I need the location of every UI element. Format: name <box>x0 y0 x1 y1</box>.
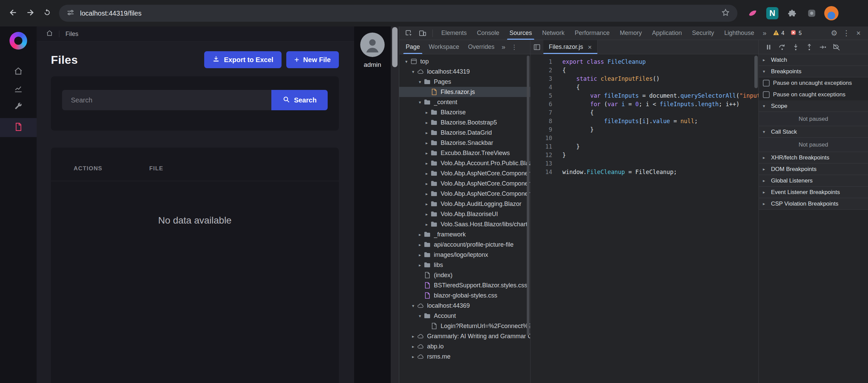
tree-item-volo-abp-aspnetcore-components[interactable]: ▸Volo.Abp.AspNetCore.Components <box>399 178 530 189</box>
pause-icon[interactable] <box>762 41 775 53</box>
line-number[interactable]: 7 <box>531 109 552 117</box>
navigator-toggle-icon[interactable] <box>531 41 543 53</box>
line-number[interactable]: 5 <box>531 92 552 100</box>
chevron-right-icon[interactable]: ▸ <box>416 252 424 257</box>
tree-item-blazorise[interactable]: ▸Blazorise <box>399 107 530 117</box>
chevron-right-icon[interactable]: ▸ <box>423 151 430 156</box>
tree-item-grammarly-ai-writing-and-grammar-checker[interactable]: ▸Grammarly: AI Writing and Grammar Check… <box>399 331 530 341</box>
devtools-tab-sources[interactable]: Sources <box>504 26 537 40</box>
tree-item-abp-io[interactable]: ▸abp.io <box>399 341 530 351</box>
chevron-right-icon[interactable]: ▸ <box>409 334 417 339</box>
step-icon[interactable] <box>816 41 829 53</box>
chevron-right-icon[interactable]: ▸ <box>409 344 417 349</box>
debugger-section-watch[interactable]: ▸Watch <box>759 54 868 66</box>
chevron-down-icon[interactable]: ▾ <box>416 79 424 84</box>
debugger-section-scope[interactable]: ▾Scope <box>759 100 868 112</box>
chevron-right-icon[interactable]: ▸ <box>423 171 430 176</box>
device-toolbar-icon[interactable] <box>416 27 429 39</box>
chevron-right-icon[interactable]: ▸ <box>416 242 424 247</box>
app-logo[interactable] <box>9 32 27 50</box>
extension-icon[interactable] <box>805 6 819 20</box>
tree-item-api-account-profile-picture-file[interactable]: ▸api/account/profile-picture-file <box>399 240 530 250</box>
tree-item-localhost-44369[interactable]: ▾localhost:44369 <box>399 301 530 311</box>
devtools-tab-application[interactable]: Application <box>647 26 687 40</box>
chevron-right-icon[interactable]: ▸ <box>423 120 430 125</box>
tree-item-content[interactable]: ▾_content <box>399 97 530 107</box>
tree-item-images-logo-leptonx[interactable]: ▸images/logo/leptonx <box>399 250 530 260</box>
deactivate-breakpoints-icon[interactable] <box>830 41 843 53</box>
sidebar-item-reports[interactable] <box>0 81 37 98</box>
export-to-excel-button[interactable]: Export to Excel <box>204 51 282 68</box>
step-out-icon[interactable] <box>803 41 816 53</box>
line-number[interactable]: 1 <box>531 58 552 66</box>
sidebar-item-administration[interactable] <box>0 98 37 116</box>
chevron-down-icon[interactable]: ▾ <box>409 69 417 74</box>
close-tab-icon[interactable]: × <box>588 44 592 51</box>
chevron-right-icon[interactable]: ▸ <box>409 354 417 359</box>
tree-item-volo-abp-account-pro-public-blazor[interactable]: ▸Volo.Abp.Account.Pro.Public.Blazor <box>399 158 530 168</box>
tree-item-volo-abp-aspnetcore-components[interactable]: ▸Volo.Abp.AspNetCore.Components <box>399 189 530 199</box>
chevron-right-icon[interactable]: ▸ <box>423 110 430 115</box>
step-into-icon[interactable] <box>789 41 802 53</box>
inspect-icon[interactable] <box>403 27 416 39</box>
more-options-icon[interactable]: ⋮ <box>840 27 852 39</box>
notion-extension-icon[interactable]: N <box>765 6 779 20</box>
checkbox-row-pause-on-caught-exceptions[interactable]: Pause on caught exceptions <box>759 89 868 100</box>
tree-item-localhost-44319[interactable]: ▾localhost:44319 <box>399 66 530 77</box>
address-bar[interactable]: localhost:44319/files <box>59 5 737 22</box>
navigator-tab-workspace[interactable]: Workspace <box>424 40 464 54</box>
editor-scrollbar[interactable] <box>754 54 758 383</box>
chevron-down-icon[interactable]: ▾ <box>416 100 424 105</box>
chevron-down-icon[interactable]: ▾ <box>416 313 424 319</box>
devtools-tab-console[interactable]: Console <box>472 26 504 40</box>
tree-item-pages[interactable]: ▾Pages <box>399 77 530 87</box>
tree-item-blazor-global-styles-css[interactable]: blazor-global-styles.css <box>399 290 530 301</box>
line-number[interactable]: 9 <box>531 126 552 134</box>
line-number[interactable]: 11 <box>531 142 552 151</box>
devtools-tab-memory[interactable]: Memory <box>615 26 647 40</box>
back-button[interactable] <box>5 5 22 22</box>
more-tabs-icon[interactable]: » <box>760 29 769 37</box>
line-number[interactable]: 3 <box>531 75 552 83</box>
file-tab[interactable]: Files.razor.js × <box>543 40 598 54</box>
line-number[interactable]: 2 <box>531 66 552 75</box>
chevron-right-icon[interactable]: ▸ <box>423 222 430 227</box>
debugger-section-dom-breakpoints[interactable]: ▸DOM Breakpoints <box>759 164 868 175</box>
debugger-section-xhr-fetch-breakpoints[interactable]: ▸XHR/fetch Breakpoints <box>759 152 868 164</box>
code-editor[interactable]: 1export class FileCleanup2{3 static clea… <box>531 58 758 176</box>
grammarly-extension-icon[interactable] <box>746 6 760 20</box>
tree-item-framework[interactable]: ▸_framework <box>399 229 530 240</box>
line-number[interactable]: 8 <box>531 117 552 126</box>
sidebar-item-files[interactable] <box>0 118 37 137</box>
tree-scrollbar[interactable] <box>526 54 530 383</box>
chevron-right-icon[interactable]: ▸ <box>416 232 424 237</box>
page-scrollbar[interactable] <box>391 26 399 383</box>
issues-warning-badge[interactable]: 4 <box>770 29 787 37</box>
chevron-right-icon[interactable]: ▸ <box>423 181 430 186</box>
close-devtools-icon[interactable]: × <box>852 27 865 39</box>
line-number[interactable]: 12 <box>531 151 552 159</box>
navigator-tab-page[interactable]: Page <box>401 40 424 54</box>
browser-profile-avatar[interactable] <box>824 6 838 20</box>
line-number[interactable]: 6 <box>531 100 552 109</box>
tree-item-blazorise-snackbar[interactable]: ▸Blazorise.Snackbar <box>399 138 530 148</box>
chevron-right-icon[interactable]: ▸ <box>423 212 430 217</box>
line-number[interactable]: 13 <box>531 159 552 168</box>
tree-item-rsms-me[interactable]: ▸rsms.me <box>399 351 530 362</box>
checkbox-row-pause-on-uncaught-exceptions[interactable]: Pause on uncaught exceptions <box>759 77 868 89</box>
debugger-section-event-listener-breakpoints[interactable]: ▸Event Listener Breakpoints <box>759 187 868 198</box>
navigator-tab-overrides[interactable]: Overrides <box>464 40 499 54</box>
checkbox[interactable] <box>763 91 770 98</box>
tree-item-bstieredsupport-blazor-styles-css[interactable]: BSTieredSupport.Blazor.styles.css <box>399 280 530 290</box>
tree-item-excubo-blazor-treeviews[interactable]: ▸Excubo.Blazor.TreeViews <box>399 148 530 158</box>
chevron-right-icon[interactable]: ▸ <box>423 191 430 196</box>
chevron-right-icon[interactable]: ▸ <box>423 140 430 146</box>
line-number[interactable]: 10 <box>531 134 552 142</box>
editor-scrollbar-thumb[interactable] <box>754 56 758 88</box>
sidebar-item-home[interactable] <box>0 63 37 81</box>
tree-item-top[interactable]: ▾top <box>399 56 530 66</box>
settings-gear-icon[interactable]: ⚙ <box>828 27 840 39</box>
devtools-tab-network[interactable]: Network <box>537 26 570 40</box>
tree-item-volo-abp-aspnetcore-components[interactable]: ▸Volo.Abp.AspNetCore.Components <box>399 168 530 178</box>
breadcrumb-item[interactable]: Files <box>65 31 78 38</box>
